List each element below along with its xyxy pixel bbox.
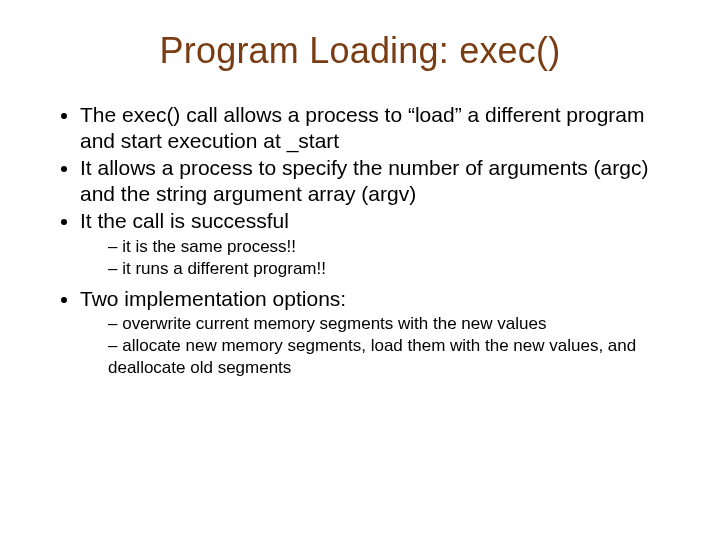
sub-bullet-list: it is the same process!! it runs a diffe… — [80, 236, 668, 280]
bullet-item: Two implementation options: overwrite cu… — [80, 286, 668, 378]
bullet-text: Two implementation options: — [80, 287, 346, 310]
bullet-list: The exec() call allows a process to “loa… — [52, 102, 668, 378]
sub-bullet-item: it runs a different program!! — [108, 258, 668, 279]
sub-bullet-item: allocate new memory segments, load them … — [108, 335, 668, 378]
bullet-text: It the call is successful — [80, 209, 289, 232]
bullet-item: It the call is successful it is the same… — [80, 208, 668, 279]
slide: Program Loading: exec() The exec() call … — [0, 0, 720, 540]
sub-bullet-list: overwrite current memory segments with t… — [80, 313, 668, 378]
sub-bullet-item: overwrite current memory segments with t… — [108, 313, 668, 334]
sub-bullet-item: it is the same process!! — [108, 236, 668, 257]
slide-title: Program Loading: exec() — [52, 30, 668, 72]
bullet-item: The exec() call allows a process to “loa… — [80, 102, 668, 153]
bullet-item: It allows a process to specify the numbe… — [80, 155, 668, 206]
